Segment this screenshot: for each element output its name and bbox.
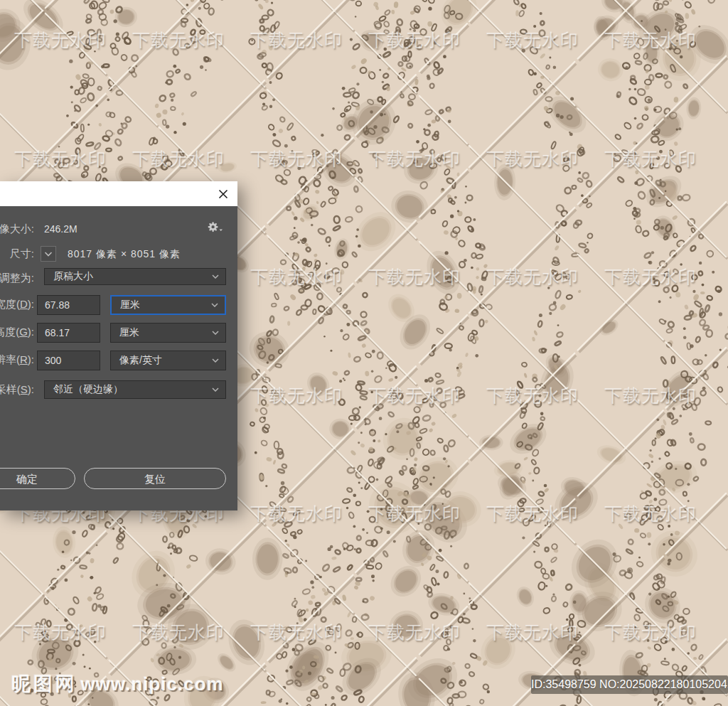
site-logo: 昵图网 www.nipic.com: [11, 671, 224, 697]
fit-to-value: 原稿大小: [53, 270, 93, 283]
width-unit-value: 厘米: [120, 299, 140, 311]
close-icon: [217, 188, 230, 200]
fit-to-label: 调整为:: [0, 271, 34, 285]
image-size-value: 246.2M: [44, 222, 77, 236]
dimensions-label: 尺寸:: [0, 247, 34, 261]
reset-button[interactable]: 复位: [84, 468, 226, 489]
width-input[interactable]: [37, 295, 100, 315]
screenshot-stage: 下载无水印下载无水印下载无水印下载无水印下载无水印下载无水印下载无水印下载无水印…: [0, 0, 728, 706]
chevron-down-icon: [211, 303, 218, 307]
resample-dropdown[interactable]: 邻近（硬边缘）: [44, 380, 226, 399]
height-label: 高度(G):: [0, 325, 34, 339]
dialog-titlebar[interactable]: [0, 181, 237, 206]
site-name: 昵图网: [11, 673, 77, 695]
width-label: 宽度(D):: [0, 297, 34, 311]
ok-button[interactable]: 确定: [0, 468, 75, 489]
height-unit-value: 厘米: [119, 326, 139, 339]
width-unit-dropdown[interactable]: 厘米: [110, 295, 226, 315]
dialog-body: 图像大小: 246.2M 尺寸:: [0, 206, 237, 510]
chevron-down-icon: [212, 274, 219, 279]
resample-value: 邻近（硬边缘）: [53, 383, 123, 396]
dimensions-unit-toggle[interactable]: [41, 246, 56, 262]
resolution-unit-value: 像素/英寸: [119, 354, 162, 367]
image-id-bar: ID:35498759 NO:20250822180105204108: [531, 675, 728, 694]
gear-icon: [207, 220, 224, 235]
resolution-unit-dropdown[interactable]: 像素/英寸: [110, 351, 226, 370]
resolution-input[interactable]: [37, 351, 100, 370]
resample-label: 重新采样(S):: [0, 383, 34, 397]
chevron-down-icon: [212, 387, 219, 392]
fit-to-dropdown[interactable]: 原稿大小: [44, 268, 226, 285]
image-size-dialog: 图像大小: 246.2M 尺寸:: [0, 181, 237, 510]
chevron-down-icon: [212, 358, 219, 363]
chevron-down-icon: [44, 252, 53, 257]
image-size-label: 图像大小:: [0, 222, 34, 236]
site-url: www.nipic.com: [80, 673, 223, 695]
chevron-down-icon: [212, 331, 219, 335]
close-button[interactable]: [215, 186, 232, 202]
height-unit-dropdown[interactable]: 厘米: [110, 323, 226, 343]
dimensions-value: 8017 像素 × 8051 像素: [68, 247, 181, 261]
settings-menu-button[interactable]: [207, 220, 224, 237]
resolution-label: 分辨率(R):: [0, 353, 34, 367]
height-input[interactable]: [37, 323, 100, 343]
